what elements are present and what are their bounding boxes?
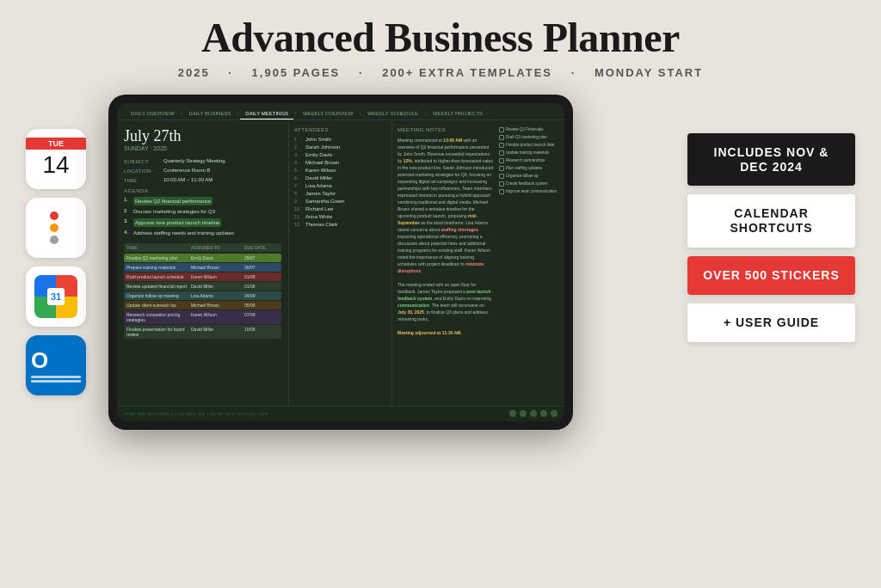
task-5-name: Organize follow-up meeting [126, 293, 189, 298]
tablet-mockup: DAILY OVERVIEW | DAILY BUSINESS | DAILY … [108, 95, 674, 430]
nav-daily-meetings[interactable]: DAILY MEETINGS [240, 108, 293, 119]
task-row-6: Update client outreach list Michael Brow… [124, 301, 281, 309]
footer-text: CRAFTAN DESIGNS | CONTACT US | SHOP OUR … [124, 412, 268, 416]
tablet-screen: DAILY OVERVIEW | DAILY BUSINESS | DAILY … [117, 103, 564, 421]
task-2-assigned: Michael Brown [191, 265, 243, 270]
badge-user-guide-text: + USER GUIDE [703, 315, 840, 330]
nav-weekly-schedule[interactable]: WEEKLY SCHEDULE [362, 108, 423, 119]
check-item-4: Update training materials [499, 150, 559, 156]
attendee-12: 12Thomas Clark [294, 222, 386, 227]
agenda-item-4: 4. Address staffing needs and training u… [124, 230, 281, 236]
calendar-app-icon[interactable]: TUE 14 [26, 129, 86, 189]
bottom-icon-4[interactable] [540, 410, 547, 417]
subject-value: Quarterly Strategy Meeting [163, 158, 225, 163]
subtitle-templates: 200+ EXTRA TEMPLATES [382, 66, 552, 79]
checkbox-5[interactable] [499, 158, 504, 163]
badge-calendar-shortcuts-text: CALENDAR SHORTCUTS [703, 206, 840, 236]
attendees-panel: ATTENDEES 1John Smith 2Sarah Johnson 3Em… [289, 120, 392, 414]
bottom-icon-3[interactable] [530, 410, 537, 417]
outlook-o-letter: O [31, 347, 48, 374]
dot-gray [50, 236, 59, 244]
subtitle: 2025 · 1,905 PAGES · 200+ EXTRA TEMPLATE… [0, 66, 881, 79]
task-row-4: Review updated financial report David Mi… [124, 282, 281, 291]
content-area: TUE 14 31 O [0, 95, 881, 430]
task-4-name: Review updated financial report [126, 284, 189, 289]
task-5-due: 04/09 [244, 293, 279, 298]
task-row-3: Draft product launch schedule Karen Wils… [124, 273, 281, 281]
task-7-name: Research competitor pricing strategies [126, 312, 189, 322]
task-row-7: Research competitor pricing strategies K… [124, 310, 281, 324]
dot-red [50, 211, 59, 220]
left-panel: July 27th SUNDAY · 2025 SUBJECT: Quarter… [117, 120, 289, 414]
task-2-name: Prepare training materials [126, 265, 189, 270]
subtitle-year: 2025 [178, 66, 210, 79]
gcal-number: 31 [47, 288, 65, 305]
checkbox-4[interactable] [499, 150, 504, 156]
notes-column: MEETING NOTES Meeting commenced at 10:00… [397, 127, 494, 407]
checkbox-1[interactable] [499, 127, 504, 132]
badge-stickers: OVER 500 STICKERS [687, 256, 855, 295]
bottom-icon-5[interactable] [551, 410, 558, 417]
task-row-1: Finalize Q3 marketing plan Emily Davis 2… [124, 254, 281, 262]
nav-daily-overview[interactable]: DAILY OVERVIEW [126, 108, 180, 119]
nav-weekly-projects[interactable]: WEEKLY PROJECTS [428, 108, 488, 119]
outlook-app-icon[interactable]: O [26, 335, 86, 395]
tasks-section: TASK ASSIGNED TO DUE DATE Finalize Q3 ma… [124, 243, 281, 339]
checkbox-9[interactable] [499, 189, 504, 194]
main-title: Advanced Business Planner [0, 15, 881, 61]
date-sub: SUNDAY · 2025 [124, 145, 281, 151]
task-row-8: Finalize presentation for board review D… [124, 325, 281, 339]
col-due: DUE DATE [244, 245, 279, 250]
calendar-day-label: TUE [26, 138, 86, 150]
outlook-lines [31, 376, 81, 383]
task-3-assigned: Karen Wilson [191, 274, 243, 279]
bottom-icon-1[interactable] [509, 410, 516, 417]
calendar-date-number: 14 [42, 150, 69, 181]
page-header: Advanced Business Planner 2025 · 1,905 P… [0, 0, 881, 86]
agenda-num-2: 2 [124, 208, 131, 213]
check-item-3: Finalize product launch date [499, 143, 559, 148]
tablet-frame: DAILY OVERVIEW | DAILY BUSINESS | DAILY … [108, 95, 573, 430]
task-1-assigned: Emily Davis [191, 255, 243, 260]
agenda-text-4: Address staffing needs and training upda… [133, 230, 234, 236]
tablet-bottom-bar: CRAFTAN DESIGNS | CONTACT US | SHOP OUR … [117, 406, 564, 421]
reminders-app-icon[interactable] [26, 198, 86, 258]
attendee-1: 1John Smith [294, 137, 386, 142]
badge-nov-dec: INCLUDES NOV & DEC 2024 [687, 133, 855, 187]
task-8-assigned: David Miller [191, 327, 243, 337]
subject-label: SUBJECT: [124, 158, 160, 164]
checklist-column: Review Q2 Financials Draft Q3 marketing … [499, 127, 559, 407]
task-2-due: 30/07 [244, 265, 279, 270]
task-6-name: Update client outreach list [126, 303, 189, 308]
checkbox-3[interactable] [499, 143, 504, 148]
gcal-app-icon[interactable]: 31 [26, 266, 86, 327]
agenda-num-3: 3. [124, 218, 131, 224]
task-4-assigned: David Miller [191, 284, 243, 289]
bottom-icon-2[interactable] [520, 410, 527, 417]
task-3-name: Draft product launch schedule [126, 274, 189, 279]
task-8-name: Finalize presentation for board review [126, 327, 189, 337]
nav-daily-business[interactable]: DAILY BUSINESS [184, 108, 237, 119]
checkbox-7[interactable] [499, 174, 504, 179]
tasks-header: TASK ASSIGNED TO DUE DATE [124, 243, 281, 252]
agenda-item-3: 3. Approve new product launch timeline [124, 218, 281, 227]
nav-weekly-overview[interactable]: WEEKLY OVERVIEW [298, 108, 358, 119]
dot3: · [571, 66, 576, 79]
task-5-assigned: Lisa Adams [191, 293, 243, 298]
checkbox-8[interactable] [499, 181, 504, 187]
task-7-assigned: Karen Wilson [191, 312, 243, 322]
subtitle-start: MONDAY START [595, 66, 703, 79]
checkbox-2[interactable] [499, 135, 504, 140]
attendee-11: 11Anna White [294, 214, 386, 219]
badge-stickers-text: OVER 500 STICKERS [703, 268, 840, 283]
notes-label: MEETING NOTES [397, 127, 494, 132]
task-row-5: Organize follow-up meeting Lisa Adams 04… [124, 291, 281, 300]
check-item-5: Research partnerships [499, 158, 559, 163]
task-4-due: 01/08 [244, 284, 279, 289]
subtitle-pages: 1,905 PAGES [252, 66, 341, 79]
badge-calendar-shortcuts: CALENDAR SHORTCUTS [687, 194, 855, 248]
agenda-item-2: 2 Discuss marketing strategies for Q3 [124, 208, 281, 215]
checkbox-6[interactable] [499, 166, 504, 171]
badges-column: INCLUDES NOV & DEC 2024 CALENDAR SHORTCU… [687, 95, 855, 430]
dot2: · [359, 66, 364, 79]
